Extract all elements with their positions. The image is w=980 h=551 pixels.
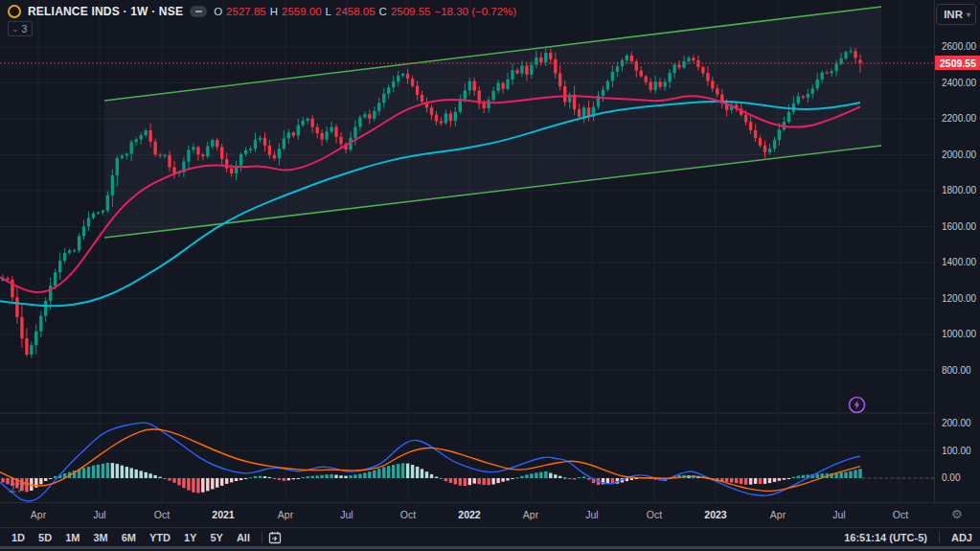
currency-selector[interactable]: INR ▾: [936, 4, 976, 25]
trading-chart-app: RELIANCE INDS · 1W · NSE O 2527.85 H 255…: [0, 0, 980, 551]
range-button-ytd[interactable]: YTD: [144, 531, 176, 544]
time-label-month: Oct: [893, 509, 908, 520]
price-tick-label: 2200.00: [942, 113, 976, 124]
last-price-badge: 2509.55: [935, 56, 980, 70]
range-button-6m[interactable]: 6M: [116, 531, 142, 544]
price-tick-label: 1800.00: [942, 185, 976, 195]
time-axis[interactable]: ⚙ AprJulOct2021AprJulOct2022AprJulOct202…: [0, 502, 980, 527]
price-tick-label: 2000.00: [942, 149, 976, 160]
adjusted-data-toggle[interactable]: ADJ: [951, 532, 972, 543]
open-value: 2527.85: [226, 6, 266, 17]
time-label-year: 2021: [212, 509, 234, 520]
range-button-1d[interactable]: 1D: [6, 531, 31, 544]
collapsed-count: 3: [22, 23, 28, 34]
macd-line: [0, 423, 860, 501]
time-label-month: Jul: [832, 509, 845, 520]
range-button-1m[interactable]: 1M: [59, 531, 85, 544]
price-tick-label: 800.00: [942, 365, 971, 376]
time-label-month: Jul: [340, 509, 353, 520]
symbol-logo: [8, 5, 21, 18]
time-label-month: Apr: [278, 509, 293, 520]
change-value: −18.30 (−0.72%): [434, 6, 516, 17]
clock-readout[interactable]: 16:51:14 (UTC-5): [844, 532, 927, 543]
ohlc-readout: O 2527.85 H 2559.00 L 2458.05 C 2509.55 …: [214, 6, 516, 17]
gear-icon[interactable]: ⚙: [951, 507, 963, 521]
minus-icon: [195, 11, 202, 12]
tradingview-watermark: 17: [9, 479, 25, 495]
currency-label: INR: [944, 9, 963, 20]
legend-more-button[interactable]: [190, 6, 207, 17]
time-label-month: Oct: [154, 509, 170, 520]
high-value: 2559.00: [282, 6, 322, 17]
symbol-title[interactable]: RELIANCE INDS · 1W · NSE: [28, 5, 183, 18]
chart-canvas[interactable]: [0, 0, 934, 502]
time-label-month: Jul: [93, 509, 105, 520]
range-button-5d[interactable]: 5D: [33, 531, 57, 544]
price-tick-label: 2400.00: [942, 78, 976, 88]
price-tick-label: 1600.00: [942, 221, 976, 232]
time-label-month: Jul: [585, 509, 598, 520]
price-tick-label: 0.00: [942, 472, 960, 483]
time-label-year: 2023: [704, 509, 726, 520]
close-label: C: [379, 6, 387, 17]
indicator-collapse-toggle[interactable]: ⌄ 3: [8, 21, 33, 36]
toolbar-right-group: 16:51:14 (UTC-5) ADJ: [844, 532, 980, 543]
time-label-year: 2022: [458, 509, 480, 520]
range-button-1y[interactable]: 1Y: [178, 531, 202, 544]
price-tick-label: 1400.00: [942, 257, 976, 267]
price-tick-label: 100.00: [942, 446, 971, 456]
time-label-month: Apr: [523, 509, 538, 520]
price-tick-label: 2600.00: [942, 41, 976, 52]
chevron-down-icon: ⌄: [11, 23, 19, 34]
low-value: 2458.05: [335, 6, 376, 17]
low-label: L: [326, 6, 331, 17]
open-label: O: [214, 6, 222, 17]
range-button-3m[interactable]: 3M: [87, 531, 113, 544]
price-tick-label: 1000.00: [942, 329, 976, 339]
macd-indicator: [0, 423, 934, 501]
time-label-month: Oct: [647, 509, 662, 520]
divider: [262, 532, 262, 543]
divider: [939, 532, 940, 543]
time-label-month: Oct: [400, 509, 416, 520]
time-label-month: Apr: [31, 509, 46, 520]
price-axis[interactable]: INR ▾ 2509.55 2600.002400.002200.002000.…: [934, 0, 980, 502]
bottom-toolbar: 1D5D1M3M6MYTD1Y5YAll 16:51:14 (UTC-5) AD…: [0, 527, 980, 546]
chevron-down-icon: ▾: [967, 11, 970, 19]
range-button-group: 1D5D1M3M6MYTD1Y5YAll: [0, 531, 282, 544]
close-value: 2509.55: [391, 6, 431, 17]
symbol-legend[interactable]: RELIANCE INDS · 1W · NSE O 2527.85 H 255…: [8, 5, 516, 18]
lightning-icon[interactable]: [848, 396, 866, 414]
price-tick-label: 200.00: [942, 418, 971, 428]
range-button-5y[interactable]: 5Y: [204, 531, 228, 544]
time-label-month: Apr: [770, 509, 786, 520]
range-button-all[interactable]: All: [231, 531, 256, 544]
high-label: H: [270, 6, 278, 17]
parallel-channel[interactable]: [104, 7, 881, 238]
price-tick-label: 1200.00: [942, 293, 976, 304]
go-to-date-button[interactable]: [268, 531, 282, 544]
